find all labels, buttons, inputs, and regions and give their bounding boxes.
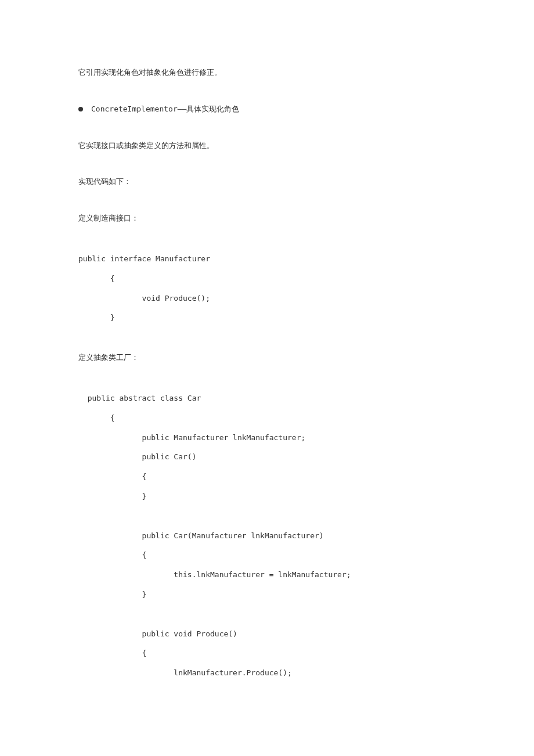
bullet-heading-row: ConcreteImplementor——具体实现化角色	[78, 103, 456, 116]
paragraph-impl-intro: 实现代码如下：	[78, 176, 456, 188]
paragraph-refined-abstraction: 它引用实现化角色对抽象化角色进行修正。	[78, 67, 456, 79]
paragraph-concrete-implementor-desc: 它实现接口或抽象类定义的方法和属性。	[78, 140, 456, 152]
code-block-abstract-class-car: public abstract class Car { public Manuf…	[78, 388, 456, 683]
bullet-heading-text: ConcreteImplementor——具体实现化角色	[91, 103, 239, 116]
paragraph-abstract-factory-label: 定义抽象类工厂：	[78, 352, 456, 364]
code-block-manufacturer-interface: public interface Manufacturer { void Pro…	[78, 249, 456, 327]
paragraph-manufacturer-interface-label: 定义制造商接口：	[78, 213, 456, 225]
document-page: 它引用实现化角色对抽象化角色进行修正。 ConcreteImplementor—…	[0, 0, 534, 756]
circle-bullet-icon	[78, 107, 83, 111]
